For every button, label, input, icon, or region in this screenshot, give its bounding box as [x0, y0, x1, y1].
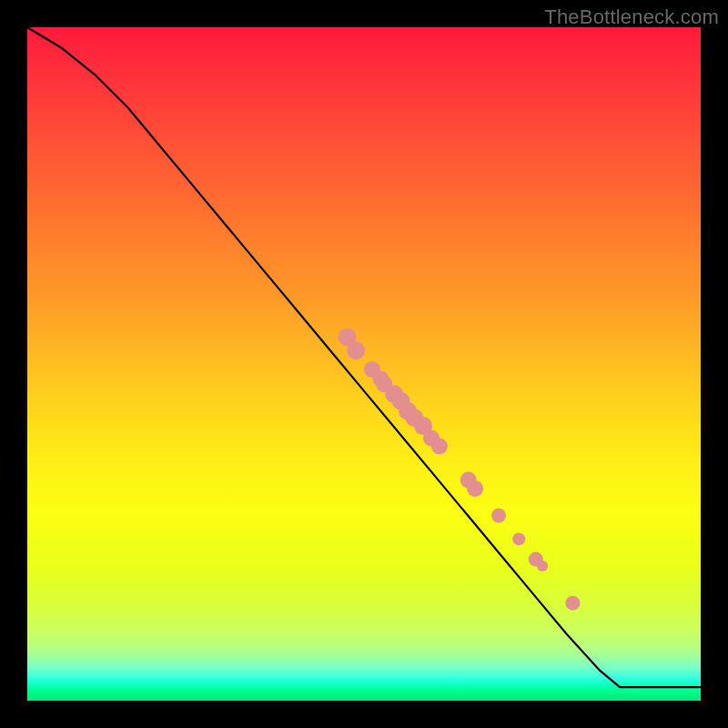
data-marker: [512, 532, 525, 545]
data-marker: [347, 341, 365, 359]
bottleneck-curve: [27, 27, 701, 687]
chart-overlay: [27, 27, 701, 701]
watermark-text: TheBottleneck.com: [544, 5, 719, 29]
data-marker: [467, 480, 483, 497]
data-marker: [565, 596, 580, 611]
data-markers: [339, 328, 581, 610]
data-marker: [431, 438, 448, 454]
data-marker: [491, 509, 506, 523]
data-marker: [537, 561, 548, 571]
